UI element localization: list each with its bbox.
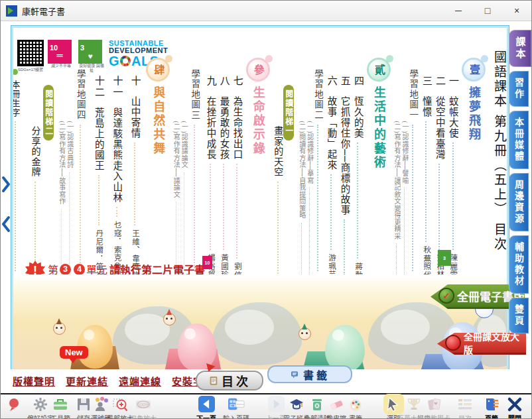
leader-dots [80,125,81,271]
toc-map-3[interactable]: 學習地圖三 106 (一)認識議論文 (二)寫作有方法──議論文 [171,46,202,263]
toc-lesson-8[interactable]: 八 最勇敢的女孩 黃國珍 88 [219,46,229,292]
record-dot-icon [446,336,460,349]
toc-ladder-2[interactable]: 閱讀階梯二 分享的金牌 林韋伶 148 [26,46,54,263]
ebook-page: SDGs×17練習 10 ＝ 減少不平等 3 ♥ 良好健康 與福祉 SUSTAI… [11,26,509,373]
leader-dots [15,121,16,271]
unit-3-magnifier-icon: 參 [248,60,268,80]
mascot-red [163,313,176,326]
unit-4-leaf-icon: 肆 [148,60,168,80]
toc-lesson-4[interactable]: 四 恆久的美 蔣勳 40 [353,46,363,292]
unit-1-medal-icon: 壹 [464,60,484,80]
unit-2-palette-icon: 貳 [369,60,389,80]
toc-lesson-5[interactable]: 五 它抓得住你──商標的故事 48 [340,46,350,292]
leader-dots [98,175,100,225]
titlebar: 康軒電子書 ─ □ × [1,1,531,21]
toc-lesson-7[interactable]: 七 為生命找出口 劉俠 80 [232,46,242,292]
page-title: 國語課本 第九冊（五上） 目次 [493,46,505,267]
toc-map-1[interactable]: 學習地圖一 34 (一)認識修辭──譬喻 (二)寫作有方法──讓記敘文變得更精采 [392,46,418,263]
bookmark-icon [290,369,300,380]
chevron-left-icon[interactable] [1,215,11,233]
ladder-badge: 閱讀階梯二 [43,85,54,141]
leader-dots [116,207,117,217]
tab-aids[interactable]: 輔助教材 [509,235,529,294]
goto-page-button[interactable]: menu 輸入頁碼 [218,396,255,419]
check-icon: ✓ [440,289,453,302]
leader-dots [330,174,332,250]
new-badge: New [60,346,88,359]
tab-workbook[interactable]: 習作 [509,71,529,107]
cards-icon [426,396,442,412]
toc-tab[interactable]: 目次 [196,371,263,390]
svg-text:100%: 100% [138,402,149,406]
hundred-percent-icon: 100% [135,396,151,412]
chevron-right-icon[interactable] [1,176,11,193]
close-button[interactable]: × [502,2,531,19]
leader-dots [357,143,358,259]
leader-dots [425,121,427,242]
app-logo-icon [6,5,17,17]
beach-illustration: New [13,274,507,371]
leader-dots [194,125,195,271]
shell-decoration [212,302,302,365]
leader-dots [438,164,440,250]
tab-media[interactable]: 本冊媒體 [509,111,529,169]
leader-dots [452,143,454,250]
tab-resources[interactable]: 周邊資源 [509,173,529,231]
sdg-mini-badge-10: 10 [202,256,212,269]
leader-dots [210,164,211,250]
exit-button[interactable]: 關閉 [496,396,532,419]
leader-dots [236,164,237,259]
table-of-contents: 國語課本 第九冊（五上） 目次 壹 擁夢飛翔 一 蚊帳大使 陳麗雲 8 二 從空… [20,46,505,263]
app-window: 康軒電子書 ─ □ × SDGs×17練習 10 ＝ 減少不平等 3 [0,0,532,419]
toc-lesson-10[interactable]: 十 山中寄情 王維、韋應物 112 [127,46,142,292]
maximize-button[interactable]: □ [473,2,502,19]
leader-dots [317,125,318,271]
close-x-icon [507,396,523,412]
mascot-brown [53,322,66,335]
toc-map-4[interactable]: 學習地圖四 144 (一)認識古典詩 (二)寫作有方法──故事寫作 [57,46,88,263]
svg-text:menu: menu [236,402,243,406]
toc-lesson-9[interactable]: 九 在挫折中成長 楊裕貿 96 [206,46,216,292]
footer-band: 版權聲明 更新連結 遠端連線 安裝字型 目次 書籤 [1,369,531,393]
unit-3-header[interactable]: 參 生命啟示錄 [248,46,268,276]
page-input-icon: menu [228,395,245,413]
arrow-left-icon [198,395,215,413]
window-title: 康軒電子書 [22,5,65,17]
bullet-icon [12,69,18,75]
egg-green [325,325,365,371]
toc-lesson-11[interactable]: 十一 與達駭黑熊走入山林 乜寇．索克魯曼 122 [109,46,125,292]
toc-lesson-12[interactable]: 十二 荒島上的國王 丹尼爾．笛福 134 [91,46,106,292]
remote-link[interactable]: 遠端連線 [119,374,161,388]
ladder-badge: 閱讀階梯一 [283,85,294,141]
sdg-mini-badge-3: 3 [438,250,451,266]
corner-zoom-button[interactable]: 100% 四角放大 [125,396,162,419]
toolbar: 偏好設定 工具箱 儲存 選號器 局部放大 100% 四角放大 下一頁 menu [1,393,531,419]
toc-extra-characters[interactable]: 本冊生字 154 [11,46,23,285]
red-pin-icon [6,396,22,412]
leader-dots [223,164,224,250]
unit-4-badge: 4 [74,264,85,275]
toc-lesson-6[interactable]: 六 故事「動」起來 游珮芸 58 [326,46,336,292]
leader-dots [412,125,413,271]
sidebar: 課本 習作 本冊媒體 周邊資源 輔助教材 雙頁 [509,30,532,337]
toc-lesson-3[interactable]: 三 憧憬 秋蕪照代 26 [421,46,431,292]
pen-button[interactable]: 畫筆 [337,396,374,419]
bookmark-tab[interactable]: 書籤 [267,365,352,383]
leader-dots [344,219,345,274]
tab-textbook[interactable]: 課本 [509,30,531,67]
tab-dualpage[interactable]: 雙頁 [509,298,529,333]
toc-ladder-1[interactable]: 閱讀階梯一 畫家的天空 黃宣勳 72 [271,46,294,263]
unit-1-header[interactable]: 壹 擁夢飛翔 [464,46,484,276]
minimize-button[interactable]: ─ [444,2,473,19]
copyright-link[interactable]: 版權聲明 [13,374,55,388]
unit-3-badge: 3 [60,264,71,275]
unit-2-header[interactable]: 貳 生活中的藝術 [369,46,389,276]
clipboard-icon [208,375,219,386]
toc-map-2[interactable]: 學習地圖二 68 (一)認識修辭──摹寫 (二)閱讀有方法──自我提問策略 [297,46,323,263]
update-link[interactable]: 更新連結 [66,374,108,388]
leader-dots [134,143,135,225]
unit-4-header[interactable]: 肆 與自然共舞 [148,46,168,276]
palette-icon [348,396,364,412]
mascot-green [299,328,311,340]
list-icon [457,396,473,412]
